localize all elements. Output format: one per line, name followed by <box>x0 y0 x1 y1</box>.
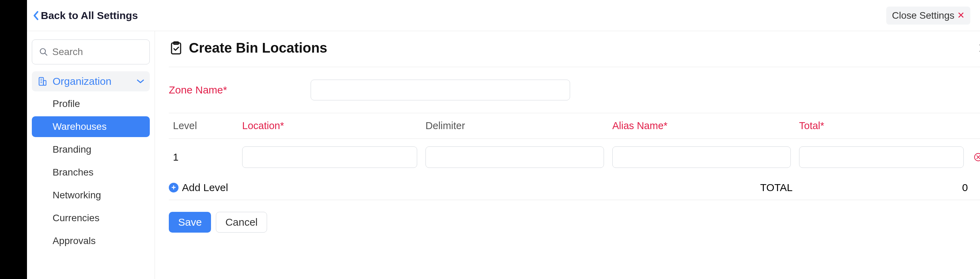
svg-line-1 <box>45 53 47 56</box>
close-settings-button[interactable]: Close Settings ✕ <box>886 6 970 25</box>
cancel-button[interactable]: Cancel <box>216 212 267 233</box>
plus-icon: + <box>169 183 178 193</box>
zone-name-label: Zone Name* <box>169 84 311 96</box>
search-box[interactable] <box>32 40 150 64</box>
table-row: 1 <box>169 139 980 175</box>
sidebar-group-label: Organization <box>52 75 111 87</box>
zone-name-input[interactable] <box>311 80 570 100</box>
alias-input[interactable] <box>612 147 791 168</box>
col-header-delimiter: Delimiter <box>422 118 608 134</box>
back-label: Back to All Settings <box>41 10 138 21</box>
sidebar-item-branches[interactable]: Branches <box>32 162 150 183</box>
sidebar-item-label: Approvals <box>52 235 96 247</box>
sidebar-item-networking[interactable]: Networking <box>32 185 150 206</box>
sidebar: Organization Profile Warehouses Branding… <box>27 31 155 279</box>
location-input[interactable] <box>242 147 417 168</box>
remove-row-button[interactable] <box>968 151 980 164</box>
sidebar-item-branding[interactable]: Branding <box>32 139 150 160</box>
levels-table: Level Location* Delimiter Alias Name* To… <box>169 113 980 200</box>
close-x-icon: ✕ <box>957 10 965 21</box>
building-icon <box>37 76 48 86</box>
col-header-total: Total* <box>795 118 968 134</box>
page-title-text: Create Bin Locations <box>189 40 327 56</box>
sidebar-item-label: Warehouses <box>52 121 107 132</box>
close-settings-label: Close Settings <box>892 10 955 21</box>
footer-total-value: 0 <box>962 182 968 193</box>
add-level-label: Add Level <box>182 182 228 193</box>
col-header-level: Level <box>169 118 238 134</box>
col-header-location: Location* <box>238 118 422 134</box>
remove-icon <box>974 153 980 162</box>
back-to-settings-link[interactable]: Back to All Settings <box>33 10 138 21</box>
topbar: Back to All Settings Close Settings ✕ <box>27 0 980 31</box>
delimiter-input[interactable] <box>425 147 604 168</box>
sidebar-item-label: Networking <box>52 190 101 201</box>
sidebar-item-currencies[interactable]: Currencies <box>32 208 150 228</box>
sidebar-item-warehouses[interactable]: Warehouses <box>32 116 150 137</box>
search-icon <box>39 48 48 56</box>
sidebar-item-label: Branches <box>52 167 94 178</box>
svg-point-11 <box>974 153 980 161</box>
close-panel-button[interactable] <box>978 43 980 54</box>
save-button[interactable]: Save <box>169 212 211 233</box>
sidebar-item-label: Branding <box>52 144 91 155</box>
zone-name-row: Zone Name* <box>169 80 980 100</box>
footer-total-label: TOTAL <box>760 182 792 193</box>
level-number: 1 <box>169 150 238 165</box>
sidebar-item-label: Currencies <box>52 212 99 223</box>
sidebar-group-organization[interactable]: Organization <box>32 71 150 91</box>
clipboard-check-icon <box>169 41 183 56</box>
svg-rect-2 <box>39 78 44 86</box>
page-title: Create Bin Locations <box>169 40 327 56</box>
svg-rect-3 <box>44 81 46 86</box>
chevron-down-icon <box>137 79 144 84</box>
sidebar-item-approvals[interactable]: Approvals <box>32 231 150 251</box>
sidebar-item-profile[interactable]: Profile <box>32 94 150 114</box>
chevron-left-icon <box>33 11 39 21</box>
add-level-button[interactable]: + Add Level <box>169 182 228 193</box>
total-input[interactable] <box>799 147 964 168</box>
col-header-alias: Alias Name* <box>608 118 795 134</box>
main-panel: Create Bin Locations Zone Name* Level Lo… <box>155 31 980 279</box>
sidebar-item-label: Profile <box>52 98 80 109</box>
